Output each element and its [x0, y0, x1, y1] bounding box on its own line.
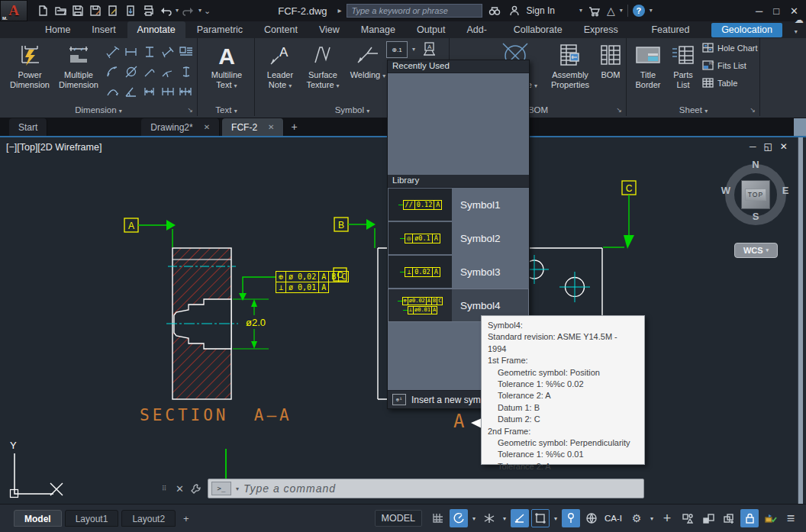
save-icon[interactable]	[70, 3, 85, 18]
snap-caret-icon[interactable]: ▾	[470, 515, 478, 522]
title-border-button[interactable]: Title Border	[630, 41, 666, 90]
geolocation-pin-button[interactable]	[562, 509, 580, 527]
power-dimension-button[interactable]: Power Dimension	[6, 41, 53, 90]
table-button[interactable]: Table	[702, 78, 737, 89]
rotated-dimension-icon[interactable]	[159, 42, 177, 62]
jogged-dimension-icon[interactable]	[159, 62, 177, 82]
welding-button[interactable]: Welding ▾	[347, 41, 388, 80]
multiple-dimension-button[interactable]: Multiple Dimension	[55, 41, 102, 90]
doc-minimize-button[interactable]: ─	[750, 141, 756, 152]
maximize-button[interactable]: □	[773, 5, 779, 17]
vertical-dimension-icon[interactable]	[140, 42, 159, 62]
viewport-view-control[interactable]: [Top]	[17, 142, 37, 153]
angle-dimension-icon[interactable]	[122, 82, 140, 102]
close-tab-icon[interactable]: ✕	[204, 123, 210, 131]
model-space-button[interactable]: MODEL	[375, 510, 422, 527]
redo-caret-icon[interactable]: ▾	[198, 8, 202, 14]
datum-identifier-icon[interactable]: A	[420, 40, 438, 59]
tab-express-tools[interactable]: Express Tools	[574, 21, 640, 38]
fcf-caret-icon[interactable]: ▾	[412, 47, 415, 53]
dimension-panel-expand-icon[interactable]: ↘	[187, 106, 193, 114]
feature-control-frame-annotation[interactable]: ⊕ ø 0,02 A B C ⊥ ø 0,01 A	[276, 271, 349, 293]
isolate-objects-button[interactable]	[679, 509, 697, 527]
panel-label-dimension[interactable]: Dimension ▾	[0, 105, 197, 114]
tab-view[interactable]: View	[309, 21, 350, 38]
parts-list-button[interactable]: Parts List	[667, 41, 699, 90]
close-tab-icon[interactable]: ✕	[268, 123, 274, 131]
search-binoculars-icon[interactable]	[487, 3, 502, 18]
linear-dimension-icon[interactable]	[122, 42, 140, 62]
search-expand-icon[interactable]: ▸	[338, 7, 342, 15]
undo-caret-icon[interactable]: ▾	[176, 8, 179, 14]
compass-north[interactable]: N	[752, 159, 759, 170]
tab-geolocation[interactable]: Geolocation	[711, 23, 782, 37]
search-input[interactable]	[347, 4, 482, 18]
arc-length-dimension-icon[interactable]	[177, 62, 195, 82]
file-tab-fcf2[interactable]: FCF-2✕	[222, 118, 284, 136]
help-icon[interactable]: ?	[633, 5, 645, 17]
annotation-monitor-button[interactable]	[761, 509, 779, 527]
qat-more-button[interactable]: ⌄	[204, 7, 211, 15]
diameter-dimension-icon[interactable]	[122, 62, 140, 82]
print-icon[interactable]	[140, 3, 156, 18]
doc-restore-button[interactable]: ◱	[764, 141, 772, 152]
command-input[interactable]: >_ ▾ Type a command	[208, 479, 644, 498]
doc-close-button[interactable]: ✕	[780, 141, 788, 152]
layout2-tab[interactable]: Layout2	[121, 510, 176, 527]
selection-cycling-button[interactable]	[720, 509, 738, 527]
application-menu-button[interactable]: A M.	[0, 0, 27, 21]
sign-in-button[interactable]: Sign In	[527, 5, 555, 16]
fits-list-button[interactable]: H7 Fits List	[702, 60, 746, 71]
tab-collaborate[interactable]: Collaborate	[504, 21, 572, 38]
tab-featured-apps[interactable]: Featured Apps	[641, 21, 710, 38]
redo-button[interactable]	[181, 3, 196, 18]
undo-button[interactable]	[158, 3, 173, 18]
leader-note-button[interactable]: A Leader Note ▾	[260, 41, 300, 90]
arc-dimension-icon[interactable]	[104, 82, 122, 102]
section-arrow-label[interactable]: A	[453, 411, 464, 432]
radius-dimension-icon[interactable]	[140, 62, 159, 82]
object-snap-button[interactable]	[531, 509, 550, 527]
sign-in-caret-icon[interactable]: ▾	[579, 8, 582, 14]
sheet-panel-expand-icon[interactable]: ↘	[750, 106, 756, 114]
tab-manage[interactable]: Manage	[351, 21, 405, 38]
compass-west[interactable]: W	[721, 185, 730, 196]
viewcube-top-face[interactable]: TOP	[741, 180, 770, 209]
geo-coordinate-system-label[interactable]: CA-I	[604, 514, 622, 523]
tab-content[interactable]: Content	[254, 21, 308, 38]
osnap-caret-icon[interactable]: ▾	[552, 515, 559, 522]
viewport-minimize-control[interactable]: [−]	[6, 142, 17, 153]
surface-texture-button[interactable]: Surface Texture ▾	[301, 41, 344, 90]
polar-caret-icon[interactable]: ▾	[501, 515, 508, 522]
settings-gear-button[interactable]: ⚙	[627, 509, 646, 527]
open-file-icon[interactable]	[53, 3, 68, 18]
command-dock-close-icon[interactable]: ✕	[176, 483, 184, 495]
feature-control-frame-button[interactable]: ⊕.1	[386, 41, 408, 58]
library-item-symbol1[interactable]: //0.12A Symbol1	[388, 188, 529, 221]
bom-button[interactable]: BOM	[597, 41, 624, 80]
file-tab-drawing2[interactable]: Drawing2*✕	[141, 118, 220, 136]
snap-mode-button[interactable]	[450, 509, 468, 527]
library-item-symbol3[interactable]: ⊥0.02A Symbol3	[388, 255, 529, 289]
tab-home[interactable]: Home	[35, 21, 80, 38]
tab-insert[interactable]: Insert	[82, 21, 125, 38]
app-store-cart-icon[interactable]	[587, 3, 602, 18]
ucs-icon[interactable]: Y	[10, 440, 63, 498]
command-caret-icon[interactable]: ▾	[236, 485, 239, 492]
panel-label-text[interactable]: Text ▾	[198, 105, 254, 114]
lock-ui-button[interactable]	[740, 509, 759, 527]
a360-icon[interactable]: △	[607, 5, 615, 17]
viewcube[interactable]: N S W E TOP	[717, 154, 794, 231]
section-title[interactable]: SECTION A–A	[140, 406, 292, 424]
vertical-scrollbar[interactable]	[798, 137, 803, 504]
tab-parametric[interactable]: Parametric	[187, 21, 253, 38]
grid-display-button[interactable]	[429, 509, 447, 527]
wcs-control[interactable]: WCS▾	[734, 243, 778, 258]
tab-annotate[interactable]: Annotate	[127, 21, 185, 38]
diameter-dimension-text[interactable]: ø2.0	[246, 317, 266, 328]
layout1-tab[interactable]: Layout1	[65, 510, 119, 527]
help-caret-icon[interactable]: ▾	[650, 8, 653, 14]
ordinate-dimension-icon[interactable]	[177, 42, 195, 62]
connect-cloud-icon[interactable]: ☁ ▾	[795, 15, 806, 36]
hardware-acceleration-button[interactable]	[699, 509, 717, 527]
